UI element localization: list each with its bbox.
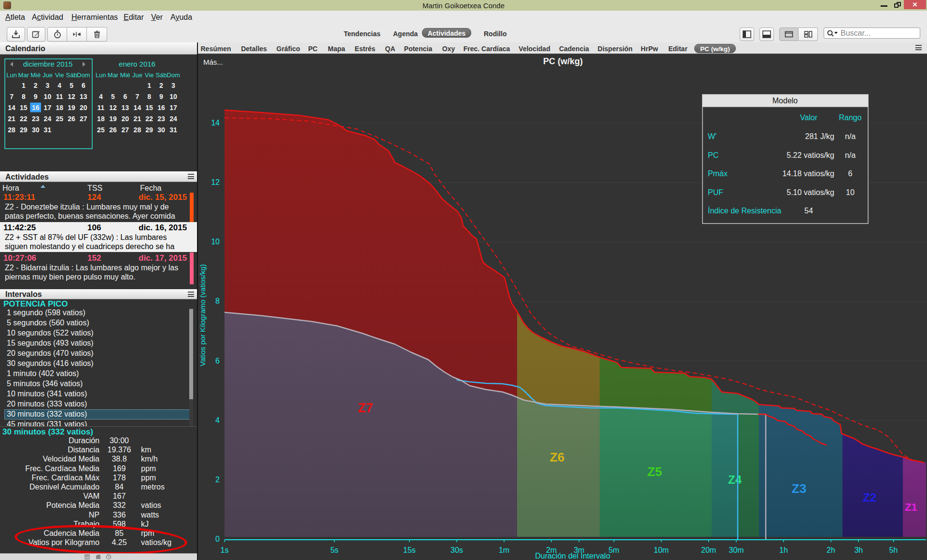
svg-text:30s: 30s [450,546,463,554]
svg-text:12: 12 [211,178,220,186]
svg-text:5.22 vatios/kg: 5.22 vatios/kg [787,151,834,159]
svg-text:25: 25 [56,115,63,123]
svg-text:19: 19 [68,104,75,112]
svg-text:7: 7 [136,93,140,100]
svg-text:Modelo: Modelo [772,97,798,105]
svg-text:1: 1 [22,82,26,89]
svg-text:Valor: Valor [800,113,818,122]
svg-text:8: 8 [147,93,151,100]
svg-text:19: 19 [109,115,117,123]
svg-text:5.10 vatios/kg: 5.10 vatios/kg [787,188,834,196]
svg-text:9: 9 [159,93,163,100]
svg-text:8: 8 [22,93,26,100]
svg-text:16: 16 [157,104,165,112]
svg-text:28: 28 [134,126,141,134]
svg-text:Z1: Z1 [905,501,917,513]
svg-text:10: 10 [211,238,220,246]
svg-text:Rango: Rango [839,113,861,122]
svg-text:Z2: Z2 [863,491,876,504]
svg-text:5s: 5s [330,546,338,554]
svg-text:1: 1 [147,82,151,89]
svg-text:4: 4 [99,93,103,100]
svg-text:1h: 1h [779,546,788,554]
svg-text:Mar: Mar [18,71,29,79]
svg-text:8: 8 [215,297,220,305]
svg-text:Sáb: Sáb [66,71,77,79]
svg-text:18: 18 [97,115,105,123]
svg-text:12: 12 [109,104,117,112]
svg-text:26: 26 [68,115,75,123]
svg-text:2: 2 [159,82,163,89]
svg-text:15: 15 [20,104,28,112]
svg-text:25: 25 [97,126,105,134]
svg-text:Mié: Mié [120,71,130,79]
svg-text:6: 6 [848,169,853,178]
svg-text:27: 27 [80,115,87,123]
svg-text:5: 5 [70,82,73,89]
svg-text:13: 13 [80,93,87,100]
svg-text:6: 6 [215,357,220,365]
svg-text:17: 17 [44,104,52,112]
svg-text:Vie: Vie [55,71,64,79]
svg-text:Mié: Mié [30,71,41,79]
svg-text:31: 31 [169,126,177,134]
svg-text:PUF: PUF [708,188,723,196]
svg-text:0: 0 [215,535,220,543]
svg-text:W': W' [708,132,716,140]
svg-text:Z7: Z7 [358,401,373,415]
svg-text:Dom: Dom [77,71,90,79]
svg-text:5h: 5h [889,546,898,554]
svg-text:22: 22 [145,115,153,123]
svg-text:n/a: n/a [845,132,856,140]
svg-text:20: 20 [80,104,87,112]
svg-text:21: 21 [8,115,15,123]
svg-text:PC (w/kg): PC (w/kg) [543,56,583,66]
svg-text:24: 24 [44,115,52,123]
svg-text:18: 18 [56,104,63,112]
svg-text:15s: 15s [403,546,416,554]
svg-text:14: 14 [8,104,15,112]
svg-text:Dom: Dom [167,71,180,79]
svg-text:Jue: Jue [42,71,53,79]
svg-text:6: 6 [82,82,85,89]
svg-text:24: 24 [169,115,177,123]
svg-text:Jue: Jue [132,71,142,79]
svg-text:3: 3 [46,82,50,89]
svg-text:Pmáx: Pmáx [708,169,728,178]
svg-text:Lun: Lun [6,71,17,79]
svg-text:10: 10 [44,93,52,100]
svg-text:2h: 2h [827,546,835,554]
svg-text:29: 29 [20,126,28,134]
svg-text:Más...: Más... [203,58,223,66]
svg-text:11: 11 [97,104,104,112]
svg-text:2: 2 [215,476,220,484]
svg-text:20m: 20m [701,546,716,554]
svg-text:281 J/kg: 281 J/kg [805,132,834,140]
svg-text:Duración del Intervalo: Duración del Intervalo [535,552,610,560]
svg-text:10m: 10m [654,546,669,554]
svg-text:11: 11 [56,93,63,100]
svg-text:30m: 30m [729,546,744,554]
svg-text:54: 54 [804,207,813,215]
svg-text:7: 7 [10,93,14,100]
svg-text:29: 29 [145,126,153,134]
svg-text:Sáb: Sáb [155,71,167,79]
svg-text:Índice de Resistencia: Índice de Resistencia [708,206,781,215]
svg-text:diciembre 2015: diciembre 2015 [23,60,73,68]
svg-text:PC: PC [708,151,718,159]
svg-text:14: 14 [134,104,141,112]
svg-text:22: 22 [20,115,28,123]
svg-text:Z4: Z4 [728,473,742,486]
svg-text:6: 6 [123,93,127,100]
svg-text:28: 28 [8,126,15,134]
svg-text:3: 3 [171,82,175,89]
svg-text:Z3: Z3 [792,481,806,496]
svg-text:Z6: Z6 [550,450,564,464]
svg-text:20: 20 [122,115,129,123]
svg-text:16: 16 [32,104,40,112]
svg-text:14.18 vatios/kg: 14.18 vatios/kg [782,169,834,178]
svg-text:3h: 3h [854,546,863,554]
svg-text:Lun: Lun [96,71,106,79]
svg-text:31: 31 [44,126,52,134]
svg-text:14: 14 [211,119,220,127]
